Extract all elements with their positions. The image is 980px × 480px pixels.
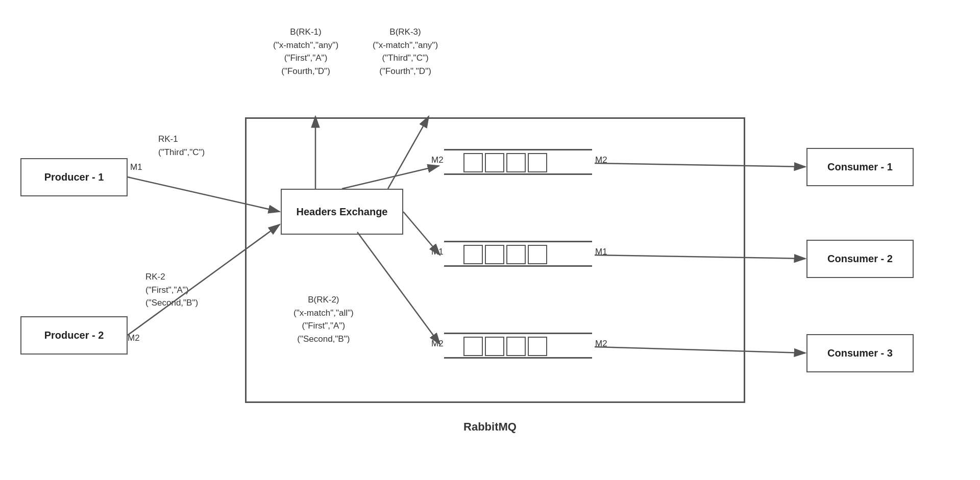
queue1-cells xyxy=(463,153,547,172)
queue1-cell2 xyxy=(485,153,504,172)
queue1-cell3 xyxy=(506,153,526,172)
consumer-3-box: Consumer - 3 xyxy=(806,334,914,372)
queue3-cell1 xyxy=(463,337,483,356)
consumer-3-label: Consumer - 3 xyxy=(827,347,893,359)
queue1-top-rail xyxy=(444,149,592,150)
consumer-1-label: Consumer - 1 xyxy=(827,161,893,173)
m2-producer-label: M2 xyxy=(128,332,140,345)
consumer-2-label: Consumer - 2 xyxy=(827,253,893,265)
brk1-label: B(RK-1)("x-match","any")("First","A")("F… xyxy=(273,26,338,78)
queue3-right-label: M2 xyxy=(595,339,607,349)
queue3-cell2 xyxy=(485,337,504,356)
queue2-cells xyxy=(463,245,547,264)
producer-2-box: Producer - 2 xyxy=(20,316,128,355)
exchange-box: Headers Exchange xyxy=(281,189,403,235)
queue1-bottom-rail xyxy=(444,173,592,175)
queue3-cell4 xyxy=(528,337,547,356)
brk3-label: B(RK-3)("x-match","any")("Third","C")("F… xyxy=(373,26,438,78)
rabbitmq-label: RabbitMQ xyxy=(439,418,541,435)
queue2-cell2 xyxy=(485,245,504,264)
queue3-bottom-rail xyxy=(444,357,592,359)
consumer-2-box: Consumer - 2 xyxy=(806,240,914,278)
consumer-1-box: Consumer - 1 xyxy=(806,148,914,186)
queue3-left-label: M2 xyxy=(431,339,444,349)
m1-producer-label: M1 xyxy=(130,161,142,174)
diagram: RabbitMQ Producer - 1 Producer - 2 Heade… xyxy=(0,0,980,480)
queue2-bottom-rail xyxy=(444,265,592,267)
queue2-left-label: M1 xyxy=(431,247,444,257)
queue2-cell3 xyxy=(506,245,526,264)
producer-1-box: Producer - 1 xyxy=(20,158,128,196)
queue1-cell1 xyxy=(463,153,483,172)
producer-1-label: Producer - 1 xyxy=(44,171,104,183)
producer-2-label: Producer - 2 xyxy=(44,330,104,341)
queue1-right-label: M2 xyxy=(595,155,607,165)
queue3-top-rail xyxy=(444,333,592,334)
queue1-cell4 xyxy=(528,153,547,172)
queue2-top-rail xyxy=(444,241,592,242)
queue1-left-label: M2 xyxy=(431,155,444,165)
queue3-cell3 xyxy=(506,337,526,356)
queue2-cell4 xyxy=(528,245,547,264)
rk2-label: RK-2("First","A")("Second,"B") xyxy=(145,270,198,310)
queue3-cells xyxy=(463,337,547,356)
queue2-cell1 xyxy=(463,245,483,264)
rk1-label: RK-1("Third","C") xyxy=(158,133,205,159)
brk2-label: B(RK-2)("x-match","all")("First","A")("S… xyxy=(293,293,354,345)
exchange-label: Headers Exchange xyxy=(297,206,388,218)
queue2-right-label: M1 xyxy=(595,247,607,257)
